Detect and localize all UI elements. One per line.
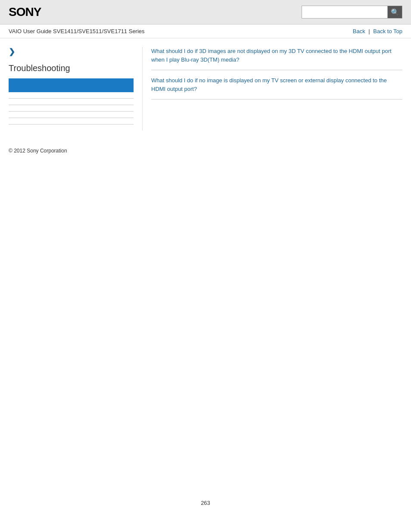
sidebar-divider-4 <box>9 118 134 118</box>
search-input[interactable] <box>302 6 388 19</box>
content-divider-1 <box>151 70 402 70</box>
main-content: ❯ Troubleshooting What should I do if 3D… <box>0 38 411 139</box>
sidebar-active-item[interactable] <box>9 78 134 92</box>
chevron-icon: ❯ <box>9 47 134 56</box>
back-to-top-link[interactable]: Back to Top <box>373 28 402 34</box>
search-icon: 🔍 <box>391 8 399 16</box>
footer-copyright: © 2012 Sony Corporation <box>0 139 411 158</box>
sidebar: ❯ Troubleshooting <box>9 47 142 131</box>
content-area: What should I do if 3D images are not di… <box>142 47 402 131</box>
nav-bar: VAIO User Guide SVE1411/SVE1511/SVE1711 … <box>0 25 411 38</box>
guide-title: VAIO User Guide SVE1411/SVE1511/SVE1711 … <box>9 28 145 34</box>
sidebar-divider-5 <box>9 124 134 124</box>
page-number: 263 <box>0 491 411 515</box>
sidebar-divider-1 <box>9 98 134 99</box>
content-link-2[interactable]: What should I do if no image is displaye… <box>151 76 402 93</box>
copyright-text: © 2012 Sony Corporation <box>9 148 67 154</box>
search-button[interactable]: 🔍 <box>388 6 402 19</box>
sony-logo: SONY <box>9 5 41 19</box>
header: SONY 🔍 <box>0 0 411 25</box>
content-link-1[interactable]: What should I do if 3D images are not di… <box>151 47 402 64</box>
back-link[interactable]: Back <box>353 28 365 34</box>
sidebar-divider-2 <box>9 105 134 105</box>
sidebar-section-title: Troubleshooting <box>9 63 134 73</box>
nav-links: Back | Back to Top <box>353 28 402 34</box>
nav-separator: | <box>368 28 370 34</box>
search-area: 🔍 <box>302 6 402 19</box>
content-divider-2 <box>151 99 402 100</box>
sidebar-divider-3 <box>9 111 134 112</box>
